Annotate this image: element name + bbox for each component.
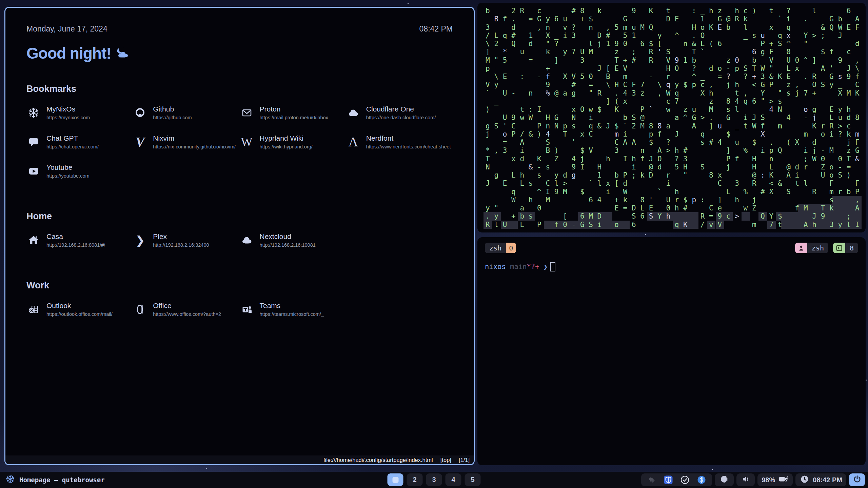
bookmark-name: Nextcloud: [260, 233, 316, 240]
bookmark-sections: Bookmarks MyNixOs https://mynixos.com Gi…: [26, 83, 453, 319]
bookmark-item-hyprland-wiki[interactable]: W Hyprland Wiki https://wiki.hyprland.or…: [240, 133, 346, 151]
tab-shell-label: zsh: [485, 243, 506, 253]
terminal-window-matrix-rain[interactable]: b2Rc#8k9Kt:_hzhc)t?l6Bf.=Gy6u+$GDE1G@Rk`…: [477, 3, 866, 232]
bookmark-name: Nerdfont: [366, 135, 451, 142]
bookmark-name: Outlook: [46, 302, 113, 309]
session-user-widget: zsh: [795, 243, 828, 253]
bookmark-item-youtube[interactable]: Youtube https://youtube.com: [26, 162, 133, 181]
qutebrowser-window[interactable]: Monday, June 17, 2024 08:42 PM Good nigh…: [4, 7, 475, 465]
session-shell-label: zsh: [807, 243, 828, 253]
bookmark-item-office[interactable]: Office https://www.office.com/?auth=2: [133, 300, 239, 319]
bookmark-name: Github: [153, 105, 192, 113]
bookmark-url: https://one.dash.cloudflare.com/: [366, 115, 436, 120]
bookmark-name: Plex: [153, 233, 209, 240]
statusbar-tab-index: [1/1]: [459, 457, 470, 463]
bookmark-url: https://github.com: [153, 115, 192, 120]
bitwarden-shield-icon[interactable]: [663, 474, 674, 486]
nixos-snowflake-icon[interactable]: [5, 474, 15, 485]
moon-icon: [719, 474, 730, 486]
workspace-button-4[interactable]: 4: [446, 473, 461, 486]
home-icon: [26, 235, 41, 246]
section-title-bookmarks: Bookmarks: [26, 83, 453, 95]
bookmark-item-plex[interactable]: ❯ Plex http://192.168.2.16:32400: [133, 231, 239, 250]
person-icon: [795, 243, 807, 253]
bookmark-url: https://mail.proton.me/u/0/inbox: [260, 115, 328, 120]
terminal-cursor: [550, 262, 555, 271]
section-grid: Outlook https://outlook.office.com/mail/…: [26, 300, 453, 319]
bookmark-url: https://wiki.hyprland.org/: [260, 144, 313, 149]
check-circle-icon[interactable]: [679, 474, 691, 486]
battery-charging-icon: [778, 474, 789, 486]
battery-widget[interactable]: 98%: [757, 473, 793, 486]
night-light-button[interactable]: [715, 473, 734, 486]
outlook-icon: [26, 304, 41, 315]
bookmark-name: Office: [153, 302, 221, 309]
shell-prompt[interactable]: nixos main*?+ ❯: [485, 262, 858, 271]
section-title-work: Work: [26, 280, 453, 291]
prompt-arrow: ❯: [544, 262, 548, 271]
wikipedia-w-icon: W: [240, 136, 254, 148]
session-panes-widget: 8: [833, 243, 858, 253]
bluetooth-icon[interactable]: [696, 474, 707, 486]
bookmark-item-casa[interactable]: Casa http://192.168.2.16:8081/#/: [26, 231, 133, 250]
prompt-git-branch: main: [510, 262, 527, 271]
github-icon: [133, 107, 147, 119]
volume-button[interactable]: [736, 473, 755, 486]
bookmark-item-proton[interactable]: Proton https://mail.proton.me/u/0/inbox: [240, 103, 346, 122]
bookmark-item-chat-gpt[interactable]: Chat GPT https://chat.openai.com/: [26, 133, 133, 151]
letter-a-icon: A: [346, 136, 360, 148]
bookmark-url: https://outlook.office.com/mail/: [46, 312, 113, 317]
workspace-button-5[interactable]: 5: [465, 473, 481, 486]
speaker-icon: [741, 474, 751, 486]
plex-chevron-icon: ❯: [133, 235, 147, 246]
bookmark-name: MyNixOs: [46, 105, 90, 113]
bookmark-item-nerdfont[interactable]: A Nerdfont https://www.nerdfonts.com/che…: [346, 133, 453, 151]
active-window-title: Homepage — qutebrowser: [19, 476, 105, 484]
bookmark-url: http://192.168.2.16:10081: [260, 243, 316, 248]
bookmark-url: https://youtube.com: [46, 174, 90, 179]
power-button[interactable]: [849, 473, 865, 486]
prompt-git-status: *?+: [527, 262, 539, 271]
bookmark-name: Proton: [260, 105, 328, 113]
workspace-button-3[interactable]: 3: [426, 473, 442, 486]
bookmark-name: Casa: [46, 233, 105, 240]
envelope-icon: [240, 107, 254, 119]
bookmark-url: http://192.168.2.16:32400: [153, 243, 209, 248]
bookmark-item-cloudflare-one[interactable]: Cloudflare One https://one.dash.cloudfla…: [346, 103, 453, 122]
clock-widget[interactable]: 08:42 PM: [795, 473, 846, 486]
qutebrowser-statusbar: file:///home/hadi/.config/startpage/inde…: [5, 455, 474, 464]
terminal-window-shell[interactable]: zsh 0 zsh 8 nixos main*?+ ❯: [477, 237, 866, 465]
bookmark-item-outlook[interactable]: Outlook https://outlook.office.com/mail/: [26, 300, 133, 319]
battery-percent: 98%: [762, 476, 775, 484]
moon-cloud-icon: [116, 44, 130, 63]
bookmark-name: Teams: [260, 302, 324, 309]
bookmark-item-github[interactable]: Github https://github.com: [133, 103, 239, 122]
tab-index-badge: 0: [506, 243, 516, 253]
bookmark-name: Hyprland Wiki: [260, 135, 313, 142]
rounded-square-icon: [392, 477, 398, 483]
bookmark-url: https://www.office.com/?auth=2: [153, 312, 221, 317]
vim-v-icon: V: [133, 136, 147, 148]
workspace-button-2[interactable]: 2: [407, 473, 423, 486]
bookmark-name: Cloudflare One: [366, 105, 436, 113]
date-text: Monday, June 17, 2024: [26, 24, 107, 34]
cloud-icon: [240, 235, 254, 246]
statusbar-url: file:///home/hadi/.config/startpage/inde…: [323, 457, 433, 463]
sync-arrows-icon[interactable]: [646, 474, 657, 486]
bookmark-item-nixvim[interactable]: V Nixvim https://nix-community.github.io…: [133, 133, 239, 151]
workspace-button-active[interactable]: [388, 473, 403, 486]
bookmark-url: https://teams.microsoft.com/_: [260, 312, 324, 317]
bookmark-item-teams[interactable]: Teams https://teams.microsoft.com/_: [240, 300, 346, 319]
greeting-text: Good night!: [26, 44, 111, 63]
bookmark-item-mynixos[interactable]: MyNixOs https://mynixos.com: [26, 103, 133, 122]
section-title-home: Home: [26, 210, 453, 222]
clock-icon: [800, 474, 810, 486]
clock-text: 08:42 PM: [813, 476, 842, 484]
chat-bubble-icon: [26, 136, 41, 148]
system-tray: [641, 473, 712, 486]
zellij-tab[interactable]: zsh 0: [485, 243, 516, 253]
terminal-icon: [833, 243, 845, 253]
bookmark-name: Nixvim: [153, 135, 236, 142]
bookmark-item-nextcloud[interactable]: Nextcloud http://192.168.2.16:10081: [240, 231, 346, 250]
youtube-play-icon: [26, 165, 41, 177]
